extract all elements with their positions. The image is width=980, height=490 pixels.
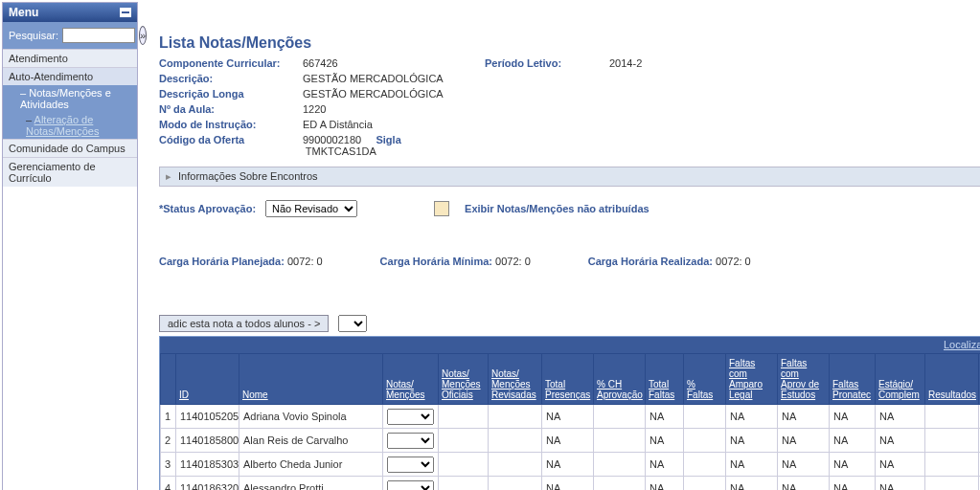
notas-select[interactable] [387,433,434,449]
cell-complem: NA [876,477,925,490]
menu-header: Menu [3,3,137,22]
val-codigo-oferta: 9900002180 Sigla TMKTCAS1DA [303,134,475,157]
carga-row: Carga Horária Planejada: 0072: 0 Carga H… [159,256,980,267]
cell-aprov: NA [778,405,830,429]
lbl-sigla: Sigla [376,134,400,145]
cell-notas[interactable] [383,453,439,477]
cell-oficiais [439,453,489,477]
cell-resultados [925,429,979,453]
cell-notas[interactable] [383,429,439,453]
th-pfaltas[interactable]: % Faltas [684,354,726,405]
nav-notas-atividades[interactable]: – Notas/Menções e Atividades [3,85,137,112]
cell-nome: Adriana Vovio Spinola [239,405,383,429]
cell-pct [594,429,646,453]
exibir-checkbox[interactable] [434,201,449,216]
cell-amparo: NA [726,453,778,477]
menu-search: Pesquisar: » [3,22,137,49]
lbl-modo: Modo de Instrução: [159,119,293,130]
cell-aprov: NA [778,453,830,477]
th-pronatec[interactable]: Faltas Pronatec [830,354,876,405]
cell-pronatec: NA [830,477,876,490]
cell-idx: 3 [161,453,176,477]
table-row: 31140185303Alberto Cheda JuniorNANANANAN… [161,453,981,477]
th-presencas[interactable]: Total Presenças [542,354,594,405]
th-revisadas[interactable]: Notas/ Menções Revisadas [489,354,542,405]
lbl-codigo-oferta: Código da Oferta [159,134,293,157]
cell-nome: Alessandro Protti [239,477,383,490]
nav-atendimento[interactable]: Atendimento [3,49,137,67]
grades-table: ID Nome Notas/ Menções Notas/ Menções Of… [160,353,980,490]
cell-revisadas [489,405,542,429]
th-amparo[interactable]: Faltas com Amparo Legal [726,354,778,405]
cell-oficiais [439,477,489,490]
cell-revisadas [489,477,542,490]
encontros-bar[interactable]: ▸ Informações Sobre Encontros [159,167,980,187]
search-input[interactable] [62,28,135,43]
val-descricao: GESTÃO MERCADOLÓGICA [303,73,475,84]
info-grid: Componente Curricular: 667426 Período Le… [159,57,980,157]
cell-amparo: NA [726,477,778,490]
nav-gerenciamento[interactable]: Gerenciamento de Currículo [3,157,137,187]
th-pct[interactable]: % CH Aprovação [594,354,646,405]
cell-revisadas [489,429,542,453]
main-content: Nov Lista Notas/Menções Componente Curri… [140,0,980,490]
th-faltas[interactable]: Total Faltas [646,354,684,405]
nav-auto-atendimento[interactable]: Auto-Atendimento [3,67,137,85]
lbl-exibir-nao-atrib: Exibir Notas/Menções não atribuídas [465,203,650,214]
cell-pfaltas [684,477,726,490]
cell-idx: 2 [161,429,176,453]
status-aprov-select[interactable]: Não Revisado [265,200,357,217]
cell-pct [594,405,646,429]
lbl-descricao-longa: Descrição Longa [159,88,293,100]
cell-faltas: NA [646,477,684,490]
minimize-icon[interactable] [120,8,131,17]
cell-notas[interactable] [383,477,439,490]
nav-comunidade[interactable]: Comunidade do Campus [3,139,137,157]
menu-title: Menu [9,6,38,19]
val-sigla: TMKTCAS1DA [306,145,376,157]
notas-select[interactable] [387,480,434,490]
table-row: 41140186320Alessandro ProttiNANANANANANA [161,477,981,490]
cell-oficiais [439,405,489,429]
cell-faltas: NA [646,405,684,429]
grades-table-wrap: Localizar | ID Nome Notas/ Menções [159,336,980,490]
cell-revisadas [489,453,542,477]
cell-id: 1140185800 [176,429,239,453]
th-complem[interactable]: Estágio/ Complem [876,354,925,405]
cell-id: 1140186320 [176,477,239,490]
th-oficiais[interactable]: Notas/ Menções Oficiais [439,354,489,405]
val-descricao-longa: GESTÃO MERCADOLÓGICA [303,88,475,100]
cell-amparo: NA [726,405,778,429]
cell-presencas: NA [542,429,594,453]
cell-oficiais [439,429,489,453]
cell-aprov: NA [778,477,830,490]
localizar-link[interactable]: Localizar [944,339,980,350]
cell-presencas: NA [542,477,594,490]
th-id[interactable]: ID [176,354,239,405]
lbl-periodo: Período Letivo: [485,57,600,69]
nav-alteracao-notas[interactable]: – Alteração de Notas/Menções [3,112,137,139]
table-row: 11140105205Adriana Vovio SpinolaNANANANA… [161,405,981,429]
cell-faltas: NA [646,453,684,477]
notas-select[interactable] [387,409,434,425]
cell-pronatec: NA [830,429,876,453]
cell-resultados [925,453,979,477]
notas-select[interactable] [387,457,434,473]
cell-pct [594,477,646,490]
th-nome[interactable]: Nome [239,354,383,405]
add-nota-select[interactable] [338,315,367,332]
cell-complem: NA [876,405,925,429]
expand-icon: ▸ [166,170,171,182]
add-nota-button[interactable]: adic esta nota a todos alunos - > [159,315,329,332]
cell-aprov: NA [778,429,830,453]
cell-idx: 4 [161,477,176,490]
th-resultados[interactable]: Resultados [925,354,979,405]
cell-nome: Alan Reis de Carvalho [239,429,383,453]
th-aprov[interactable]: Faltas com Aprov de Estudos [778,354,830,405]
page-title: Lista Notas/Menções [159,34,980,52]
val-periodo: 2014-2 [609,57,686,69]
sidebar: Menu Pesquisar: » Atendimento Auto-Atend… [2,2,138,490]
cell-notas[interactable] [383,405,439,429]
cell-nome: Alberto Cheda Junior [239,453,383,477]
th-notas[interactable]: Notas/ Menções [383,354,439,405]
